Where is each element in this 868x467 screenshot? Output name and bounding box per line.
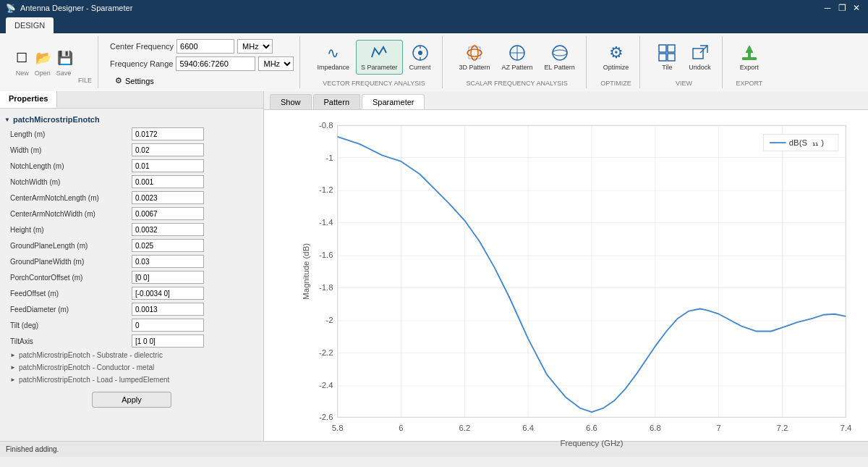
subgroup-conductor[interactable]: patchMicrostripEnotch - Conductor - meta… — [4, 361, 259, 374]
open-button[interactable]: 📂 — [33, 48, 54, 68]
svg-text:6.2: 6.2 — [459, 424, 470, 432]
center-frequency-unit[interactable]: MHz GHz — [237, 39, 273, 54]
svg-point-5 — [471, 46, 478, 60]
azpattern-icon — [507, 43, 527, 63]
svg-text:-1.2: -1.2 — [319, 185, 333, 194]
impedance-button[interactable]: Impedance — [312, 40, 354, 75]
current-button[interactable]: Current — [404, 40, 436, 75]
prop-input-groundplanewidth[interactable] — [132, 255, 204, 268]
prop-row-feeddiameter: FeedDiameter (m) — [4, 301, 259, 317]
svg-rect-15 — [668, 54, 675, 61]
undock-button[interactable]: Undock — [684, 40, 716, 75]
center-frequency-input[interactable] — [176, 39, 234, 54]
prop-group-header[interactable]: patchMicrostripEnotch — [4, 113, 259, 126]
prop-row-centerarmnotchwidth: CenterArmNotchWidth (m) — [4, 206, 259, 222]
svg-text:7: 7 — [717, 424, 721, 432]
export-label-group: EXPORT — [734, 78, 765, 88]
minimize-button[interactable]: ─ — [822, 2, 833, 14]
new-label[interactable]: New — [16, 70, 29, 77]
svg-text:-1.6: -1.6 — [319, 251, 333, 259]
prop-input-centerarmnotchwidth[interactable] — [132, 207, 204, 220]
save-label[interactable]: Save — [56, 70, 72, 77]
apply-button[interactable]: Apply — [92, 392, 171, 408]
svg-text:dB(S: dB(S — [789, 138, 808, 147]
azpattern-button[interactable]: AZ Pattern — [497, 40, 538, 75]
frequency-range-input[interactable] — [176, 56, 255, 71]
optimize-icon: ⚙ — [606, 43, 626, 63]
svg-rect-13 — [668, 45, 675, 52]
prop-row-length: Length (m) — [4, 126, 259, 142]
prop-name-length: Length (m) — [10, 130, 126, 138]
tab-design[interactable]: DESIGN — [6, 17, 54, 33]
view-group: Tile Undock VIEW — [646, 36, 723, 88]
prop-input-notchlength[interactable] — [132, 159, 204, 172]
prop-input-height[interactable] — [132, 223, 204, 236]
close-button[interactable]: ✕ — [851, 2, 862, 14]
svg-rect-12 — [659, 45, 666, 52]
optimize-label-group: OPTIMIZE — [598, 78, 634, 88]
prop-name-notchwidth: NotchWidth (m) — [10, 178, 126, 186]
elpattern-button[interactable]: EL Pattern — [540, 40, 580, 75]
save-button[interactable]: 💾 — [55, 48, 75, 68]
prop-input-tiltaxis[interactable] — [132, 335, 204, 348]
tab-pattern[interactable]: Pattern — [313, 94, 360, 109]
frequency-range-label: Frequency Range — [110, 59, 173, 68]
window-controls[interactable]: ─ ❐ ✕ — [822, 2, 862, 14]
vector-freq-label: VECTOR FREQUENCY ANALYSIS — [312, 78, 435, 88]
window-title: 📡 Antenna Designer - Sparameter — [6, 4, 132, 13]
prop-input-porchcontoroffset[interactable] — [132, 271, 204, 284]
svg-point-11 — [553, 50, 567, 56]
prop-name-groundplanewidth: GroundPlaneWidth (m) — [10, 258, 126, 266]
restore-button[interactable]: ❐ — [836, 2, 848, 14]
svg-line-17 — [700, 46, 707, 53]
3dpattern-label: 3D Pattern — [459, 64, 490, 72]
prop-row-width: Width (m) — [4, 142, 259, 158]
impedance-icon — [323, 43, 344, 63]
svg-point-4 — [467, 49, 482, 56]
svg-text:-1.8: -1.8 — [319, 283, 333, 292]
prop-input-feeddiameter[interactable] — [132, 303, 204, 316]
prop-input-tilt[interactable] — [132, 319, 204, 332]
prop-input-groundplanelength[interactable] — [132, 239, 204, 252]
prop-row-tiltaxis: TiltAxis — [4, 333, 259, 349]
svg-text:7.2: 7.2 — [777, 424, 788, 432]
subgroup-substrate[interactable]: patchMicrostripEnotch - Substrate - diel… — [4, 349, 259, 361]
prop-input-feedoffset[interactable] — [132, 287, 204, 300]
prop-name-centerarmnotchwidth: CenterArmNotchWidth (m) — [10, 210, 126, 218]
status-text: Finished adding. — [6, 445, 59, 453]
svg-text:Magnitude (dB): Magnitude (dB) — [302, 243, 310, 300]
svg-text:-0.8: -0.8 — [319, 121, 333, 130]
tile-label: Tile — [662, 64, 672, 72]
svg-text:6.6: 6.6 — [586, 424, 597, 432]
sparameter-button[interactable]: S Parameter — [356, 40, 403, 75]
tab-show[interactable]: Show — [270, 94, 312, 109]
prop-row-porchcontoroffset: PorchContorOffset (m) — [4, 269, 259, 285]
main-layout: Properties patchMicrostripEnotch Length … — [0, 91, 868, 441]
settings-button[interactable]: ⚙ Settings — [110, 74, 159, 88]
tab-sparameter[interactable]: Sparameter — [362, 94, 425, 109]
svg-text:): ) — [821, 138, 824, 147]
file-group: ☐ 📂 💾 New Open Save FILE — [6, 36, 98, 88]
tab-properties[interactable]: Properties — [0, 91, 57, 108]
optimize-button[interactable]: ⚙ Optimize — [598, 40, 634, 75]
prop-input-width[interactable] — [132, 143, 204, 156]
app-icon: 📡 — [6, 4, 16, 13]
svg-text:-2.4: -2.4 — [319, 381, 333, 390]
export-button[interactable]: Export — [734, 40, 765, 75]
open-label[interactable]: Open — [35, 70, 51, 77]
svg-text:7.4: 7.4 — [840, 424, 851, 432]
subgroup-load[interactable]: patchMicrostripEnotch - Load - lumpedEle… — [4, 374, 259, 386]
prop-name-tilt: Tilt (deg) — [10, 321, 126, 329]
3dpattern-button[interactable]: 3D Pattern — [454, 40, 495, 75]
prop-row-groundplanewidth: GroundPlaneWidth (m) — [4, 253, 259, 269]
prop-input-length[interactable] — [132, 127, 204, 140]
elpattern-icon — [550, 43, 570, 63]
tile-button[interactable]: Tile — [652, 40, 682, 75]
frequency-range-unit[interactable]: MHz GHz — [258, 56, 294, 71]
prop-input-centerarmnotchlength[interactable] — [132, 191, 204, 204]
svg-text:-2.2: -2.2 — [319, 348, 333, 357]
new-button[interactable]: ☐ — [12, 48, 32, 68]
svg-text:-2.6: -2.6 — [319, 413, 333, 421]
prop-input-notchwidth[interactable] — [132, 175, 204, 188]
svg-point-1 — [418, 51, 422, 55]
